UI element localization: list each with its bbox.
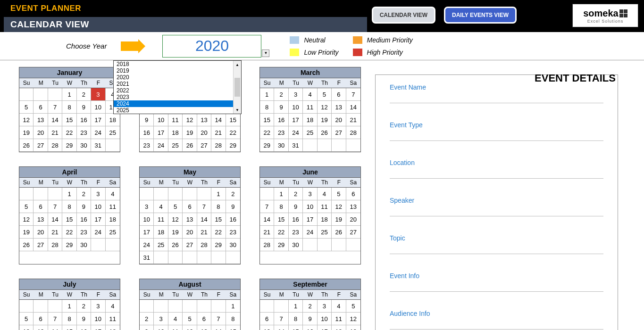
day-cell[interactable]: 28 [346,126,360,139]
day-cell[interactable]: 16 [140,126,154,139]
day-cell[interactable]: 23 [274,126,288,139]
day-cell[interactable]: 6 [183,200,197,213]
day-cell[interactable]: 2 [77,188,91,200]
day-cell[interactable]: 27 [183,239,197,251]
day-cell[interactable] [91,239,105,251]
day-cell[interactable]: 3 [91,88,105,101]
dropdown-toggle[interactable]: ▼ [262,50,269,57]
day-cell[interactable]: 17 [318,325,332,330]
day-cell[interactable]: 25 [106,126,120,139]
day-cell[interactable]: 22 [226,126,240,139]
day-cell[interactable]: 3 [289,88,303,101]
detail-input[interactable] [390,244,603,254]
day-cell[interactable]: 18 [106,213,120,226]
day-cell[interactable] [154,300,168,313]
day-cell[interactable]: 8 [289,313,303,325]
day-cell[interactable]: 6 [260,313,274,325]
dropdown-scrollbar[interactable]: ▲ ▼ [233,61,241,114]
day-cell[interactable] [140,300,154,313]
day-cell[interactable]: 11 [106,313,120,325]
year-option[interactable]: 2021 [114,81,233,87]
day-cell[interactable]: 11 [154,213,168,226]
day-cell[interactable]: 16 [274,114,288,126]
day-cell[interactable]: 28 [197,239,211,251]
day-cell[interactable]: 1 [289,300,303,313]
day-cell[interactable]: 13 [183,213,197,226]
day-cell[interactable]: 18 [106,114,120,126]
day-cell[interactable]: 21 [260,226,274,239]
day-cell[interactable]: 24 [91,126,105,139]
day-cell[interactable]: 9 [303,313,317,325]
day-cell[interactable]: 13 [332,101,346,114]
day-cell[interactable] [33,88,48,101]
day-cell[interactable] [183,300,197,313]
day-cell[interactable]: 13 [33,325,48,330]
day-cell[interactable]: 4 [318,188,332,200]
day-cell[interactable] [274,300,288,313]
day-cell[interactable]: 31 [91,139,105,152]
day-cell[interactable]: 14 [346,101,360,114]
day-cell[interactable]: 26 [332,226,346,239]
day-cell[interactable]: 4 [168,313,183,325]
day-cell[interactable]: 24 [140,239,154,251]
day-cell[interactable]: 19 [318,114,332,126]
day-cell[interactable] [318,139,332,152]
day-cell[interactable]: 7 [48,313,62,325]
day-cell[interactable]: 19 [183,126,197,139]
year-option[interactable]: 2020 [114,74,233,81]
year-option[interactable]: 2019 [114,67,233,74]
day-cell[interactable]: 3 [91,300,105,313]
day-cell[interactable]: 15 [260,114,274,126]
day-cell[interactable]: 21 [211,126,226,139]
day-cell[interactable]: 21 [48,126,62,139]
day-cell[interactable] [48,300,62,313]
day-cell[interactable] [106,139,120,152]
day-cell[interactable]: 25 [318,226,332,239]
day-cell[interactable] [303,139,317,152]
day-cell[interactable] [19,300,33,313]
day-cell[interactable]: 27 [33,139,48,152]
day-cell[interactable]: 31 [289,139,303,152]
day-cell[interactable]: 8 [62,313,76,325]
day-cell[interactable]: 11 [332,313,346,325]
day-cell[interactable]: 9 [77,200,91,213]
day-cell[interactable]: 5 [318,88,332,101]
day-cell[interactable]: 10 [303,200,317,213]
day-cell[interactable]: 26 [318,126,332,139]
day-cell[interactable]: 18 [332,325,346,330]
day-cell[interactable]: 1 [226,300,240,313]
day-cell[interactable]: 12 [19,213,33,226]
day-cell[interactable]: 10 [154,325,168,330]
day-cell[interactable]: 6 [33,313,48,325]
day-cell[interactable]: 19 [19,226,33,239]
year-selector[interactable]: 2020 ▼ [162,35,261,58]
day-cell[interactable]: 7 [197,200,211,213]
day-cell[interactable]: 2 [226,188,240,200]
day-cell[interactable]: 16 [226,213,240,226]
day-cell[interactable]: 12 [346,313,360,325]
day-cell[interactable]: 25 [303,126,317,139]
day-cell[interactable]: 14 [274,325,288,330]
year-option[interactable]: 2023 [114,94,233,100]
day-cell[interactable] [48,188,62,200]
day-cell[interactable]: 20 [346,213,360,226]
day-cell[interactable]: 8 [62,200,76,213]
day-cell[interactable]: 10 [318,313,332,325]
day-cell[interactable]: 12 [19,325,33,330]
day-cell[interactable] [154,188,168,200]
day-cell[interactable]: 22 [211,226,226,239]
day-cell[interactable]: 14 [211,325,226,330]
day-cell[interactable]: 13 [260,325,274,330]
day-cell[interactable]: 27 [346,226,360,239]
day-cell[interactable] [140,188,154,200]
day-cell[interactable]: 1 [260,88,274,101]
day-cell[interactable]: 20 [197,126,211,139]
day-cell[interactable]: 5 [19,313,33,325]
day-cell[interactable]: 13 [346,200,360,213]
day-cell[interactable]: 23 [77,226,91,239]
day-cell[interactable]: 2 [303,300,317,313]
day-cell[interactable]: 15 [226,114,240,126]
day-cell[interactable] [197,251,211,264]
day-cell[interactable]: 14 [197,213,211,226]
day-cell[interactable] [19,88,33,101]
